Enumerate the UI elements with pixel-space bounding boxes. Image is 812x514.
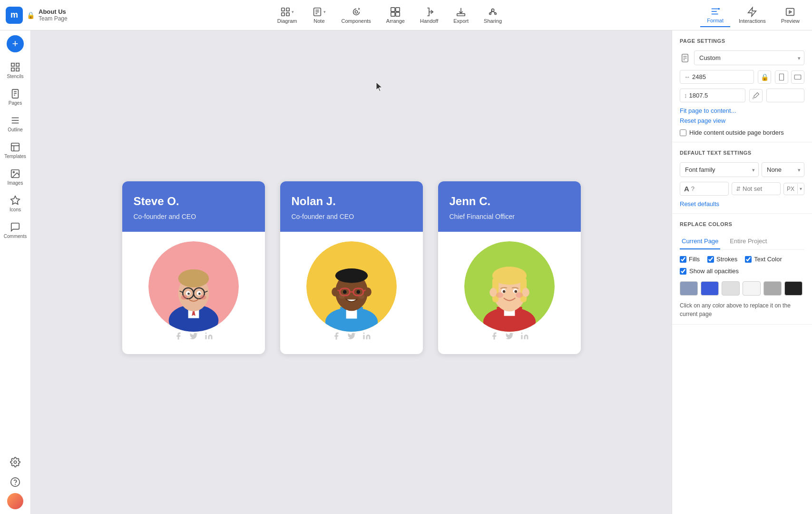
font-style-select[interactable]: None Bold Italic xyxy=(762,162,804,177)
fit-page-link[interactable]: Fit page to content... xyxy=(680,107,804,114)
page-orientation-icons xyxy=(775,70,804,84)
card-header-jenn: Jenn C. Chief Financial Officer xyxy=(438,181,581,232)
interactions-icon xyxy=(747,7,757,17)
note-icon xyxy=(312,7,323,17)
handoff-button[interactable]: Handoff xyxy=(413,4,445,27)
landscape-button[interactable] xyxy=(791,70,804,84)
lock-proportions-button[interactable]: 🔒 xyxy=(758,70,771,84)
sidebar-item-templates[interactable]: Templates xyxy=(1,138,29,163)
app-logo: m xyxy=(6,7,23,24)
svg-point-83 xyxy=(356,290,360,294)
swatch-blue[interactable] xyxy=(701,281,719,296)
handoff-icon xyxy=(424,7,434,17)
sidebar-item-pages[interactable]: Pages xyxy=(1,85,29,109)
hide-content-checkbox[interactable] xyxy=(680,129,686,136)
svg-point-8 xyxy=(355,10,358,13)
topbar-right: Format Interactions Preview xyxy=(700,3,806,27)
custom-select[interactable]: Custom A4 Letter xyxy=(694,50,804,65)
font-family-wrapper[interactable]: Font family Arial Helvetica xyxy=(680,162,759,177)
swatch-medium-gray[interactable] xyxy=(763,281,782,296)
line-height-input[interactable] xyxy=(743,185,766,192)
svg-rect-109 xyxy=(780,74,784,80)
sharing-button[interactable]: Sharing xyxy=(477,4,509,27)
add-button[interactable]: + xyxy=(7,35,24,52)
reset-defaults-link[interactable]: Reset defaults xyxy=(680,200,804,208)
portrait-icon xyxy=(779,73,784,81)
show-opacities-row: Show all opacities xyxy=(680,267,804,275)
svg-marker-43 xyxy=(11,196,20,204)
components-icon xyxy=(351,7,362,17)
svg-rect-110 xyxy=(794,75,801,79)
user-avatar[interactable] xyxy=(7,493,23,509)
note-button[interactable]: ▾ Note xyxy=(305,4,333,27)
default-text-settings-section: DEFAULT TEXT SETTINGS Font family Arial … xyxy=(672,142,812,214)
swatch-very-light-gray[interactable] xyxy=(743,281,761,296)
svg-point-101 xyxy=(514,290,517,293)
height-row: ↕ xyxy=(680,89,804,102)
sidebar-item-comments[interactable]: Comments xyxy=(1,218,29,243)
svg-point-103 xyxy=(516,292,523,297)
width-icon: ↔ xyxy=(684,73,690,80)
tab-current-page[interactable]: Current Page xyxy=(680,234,720,249)
sidebar-item-images[interactable]: Images xyxy=(1,165,29,189)
diagram-button[interactable]: ▾ Diagram xyxy=(271,4,304,27)
font-size-a-icon: A xyxy=(684,185,689,193)
swatch-blue-gray[interactable] xyxy=(680,281,698,296)
show-opacities-checkbox[interactable] xyxy=(680,268,686,275)
fills-checkbox[interactable] xyxy=(680,256,686,263)
sidebar-item-outline[interactable]: Outline xyxy=(1,111,29,136)
settings-button[interactable] xyxy=(1,453,29,471)
strokes-label: Strokes xyxy=(716,256,737,263)
fill-color-input[interactable] xyxy=(766,89,804,102)
preview-icon xyxy=(785,7,795,17)
interactions-button[interactable]: Interactions xyxy=(732,4,773,27)
height-input[interactable] xyxy=(689,92,742,99)
text-color-check-item: Text Color xyxy=(745,256,782,263)
arrange-button[interactable]: Arrange xyxy=(380,4,411,27)
text-color-checkbox[interactable] xyxy=(745,256,752,263)
height-input-wrap: ↕ xyxy=(680,89,745,102)
svg-rect-28 xyxy=(16,63,19,66)
avatar-illustration-jenn xyxy=(464,241,555,332)
preview-button[interactable]: Preview xyxy=(774,4,806,27)
avatar-jenn xyxy=(464,241,555,332)
swatch-dark[interactable] xyxy=(784,281,802,296)
card-name-steve: Steve O. xyxy=(134,195,254,208)
fill-color-picker[interactable] xyxy=(749,89,763,102)
components-button[interactable]: Components xyxy=(334,4,377,27)
card-body-steve xyxy=(122,232,265,354)
svg-point-63 xyxy=(187,292,190,295)
page-info: About Us Team Page xyxy=(39,8,68,22)
avatar-illustration-nolan xyxy=(306,241,397,332)
width-input[interactable] xyxy=(692,73,750,80)
canvas[interactable]: Steve O. Co-founder and CEO xyxy=(31,30,672,514)
note-caret: ▾ xyxy=(323,10,326,14)
font-family-row: Font family Arial Helvetica None Bold It… xyxy=(680,162,804,177)
sidebar-item-stencils[interactable]: Stencils xyxy=(1,58,29,83)
format-button[interactable]: Format xyxy=(700,3,730,27)
tab-entire-project[interactable]: Entire Project xyxy=(728,234,769,249)
reset-view-link[interactable]: Reset page view xyxy=(680,117,804,124)
replace-colors-section: REPLACE COLORS Current Page Entire Proje… xyxy=(672,214,812,325)
default-text-title: DEFAULT TEXT SETTINGS xyxy=(680,150,804,156)
svg-point-42 xyxy=(13,171,14,173)
replace-color-tabs: Current Page Entire Project xyxy=(680,234,804,250)
font-style-wrapper[interactable]: None Bold Italic xyxy=(762,162,804,177)
svg-point-76 xyxy=(364,287,371,296)
portrait-button[interactable] xyxy=(775,70,788,84)
lock-icon: 🔒 xyxy=(27,11,35,19)
unit-caret[interactable]: ▾ xyxy=(797,184,804,194)
page-settings-section: PAGE SETTINGS Custom A4 Letter ↔ xyxy=(672,30,812,142)
color-swatches xyxy=(680,281,804,296)
svg-point-67 xyxy=(205,332,206,334)
swatch-light-gray[interactable] xyxy=(722,281,740,296)
font-family-select[interactable]: Font family Arial Helvetica xyxy=(680,162,759,177)
help-button[interactable] xyxy=(1,473,29,491)
strokes-checkbox[interactable] xyxy=(707,256,714,263)
custom-select-wrapper[interactable]: Custom A4 Letter xyxy=(694,50,804,65)
font-size-input[interactable] xyxy=(691,185,715,192)
social-icons-steve xyxy=(174,332,213,343)
svg-point-16 xyxy=(489,12,491,14)
sidebar-item-icons[interactable]: Icons xyxy=(1,191,29,216)
export-button[interactable]: Export xyxy=(447,4,475,27)
